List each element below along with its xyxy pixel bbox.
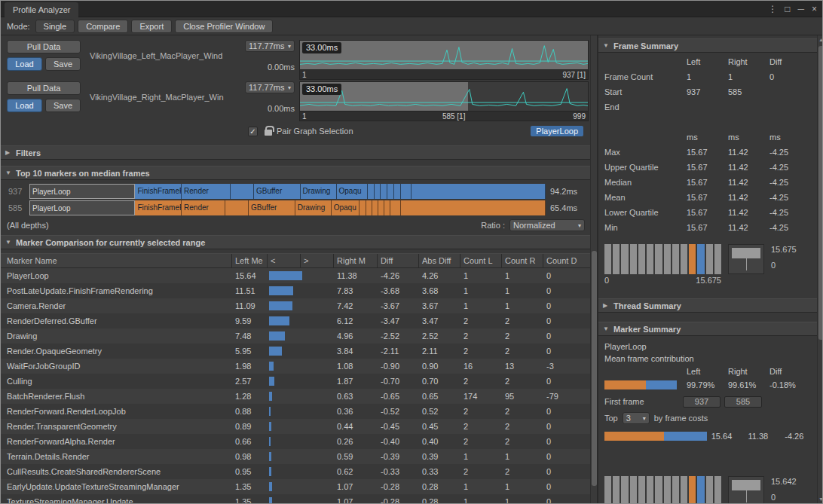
table-row[interactable]: RenderForward.RenderLoopJob0.880.36-0.52… [1, 404, 591, 419]
load-button-right[interactable]: Load [7, 99, 42, 112]
left-scale-dropdown[interactable]: 117.77ms ▾ [245, 40, 295, 52]
table-row[interactable]: RenderForwardAlpha.Render0.660.26-0.400.… [1, 434, 591, 449]
table-row[interactable]: EarlyUpdate.UpdateTextureStreamingManage… [1, 479, 591, 494]
table-row[interactable]: PlayerLoop15.6411.38-4.264.26110 [1, 268, 591, 283]
table-row[interactable]: Terrain.Details.Render0.980.59-0.390.391… [1, 449, 591, 464]
top-n-dropdown[interactable]: 3 ▾ [623, 412, 650, 424]
column-count-right[interactable]: Count R [502, 254, 543, 267]
top10-marker-segment[interactable]: Opaqu [337, 184, 368, 199]
right-frame-time-graph[interactable]: 33.00ms 1 585 [1] 999 [299, 81, 589, 121]
top10-marker-segment[interactable] [390, 200, 401, 215]
top10-marker-segment[interactable] [381, 184, 387, 199]
column-count-diff[interactable]: Count D [543, 254, 591, 267]
top10-marker-segment[interactable] [394, 184, 401, 199]
scrollbar-thumb[interactable] [592, 251, 597, 486]
pull-data-button-left[interactable]: Pull Data [7, 40, 81, 53]
top10-marker-segment[interactable] [366, 200, 372, 215]
thread-summary-foldout[interactable]: ▶ Thread Summary [598, 298, 817, 313]
left-median-cell: 0.89 [232, 419, 268, 434]
maximize-icon[interactable]: □ [785, 1, 790, 17]
table-row[interactable]: Render.OpaqueGeometry5.953.84-2.112.1122… [1, 344, 591, 359]
top10-marker-segment[interactable]: GBuffer [254, 184, 301, 199]
left-graph-plot[interactable]: 33.00ms [300, 41, 588, 69]
table-row[interactable]: Render.TransparentGeometry0.890.44-0.450… [1, 419, 591, 434]
top10-marker-segment[interactable] [359, 200, 366, 215]
frame-summary-foldout[interactable]: ▼ Frame Summary [598, 38, 817, 53]
scrollbar-thumb[interactable] [818, 46, 823, 340]
count-diff-cell: -79 [543, 389, 591, 404]
diff-cell: -3.68 [378, 283, 419, 298]
column-left-bar[interactable]: < [268, 254, 301, 267]
right-scale-dropdown[interactable]: 117.77ms ▾ [245, 81, 295, 93]
top10-marker-segment[interactable] [225, 200, 249, 215]
left-frame-time-graph[interactable]: 33.00ms 1 937 [1] [299, 40, 589, 80]
top10-marker-segment[interactable]: PlayerLoop [29, 184, 135, 199]
first-frame-right-button[interactable]: 585 [724, 396, 762, 408]
scroll-down-icon[interactable]: ▼ [818, 496, 823, 502]
right-graph-plot[interactable]: 33.00ms [300, 82, 588, 111]
top10-marker-segment[interactable]: PlayerLoop [29, 200, 135, 215]
table-row[interactable]: TextureStreamingManager.Update1.351.07-0… [1, 494, 591, 503]
table-row[interactable]: Drawing7.484.96-2.522.52220 [1, 328, 591, 344]
top10-marker-segment[interactable] [401, 184, 412, 199]
top10-marker-segment[interactable] [375, 184, 381, 199]
mode-single-button[interactable]: Single [35, 20, 75, 33]
filters-foldout[interactable]: ▶ Filters [1, 145, 591, 160]
top10-marker-segment[interactable] [372, 200, 378, 215]
table-row[interactable]: Culling2.571.87-0.700.70220 [1, 374, 591, 389]
column-diff[interactable]: Diff [378, 254, 419, 267]
top10-marker-segment[interactable] [387, 184, 394, 199]
count-right-cell: 2 [502, 344, 543, 359]
left-scrollbar[interactable] [590, 35, 597, 503]
top10-marker-segment[interactable] [368, 184, 375, 199]
first-frame-left-button[interactable]: 937 [683, 396, 721, 408]
top10-marker-segment[interactable]: FinishFrameR [135, 184, 182, 199]
chevron-down-icon: ▾ [643, 415, 646, 422]
column-right-bar[interactable]: > [301, 254, 334, 267]
right-scrollbar[interactable]: ▲ ▼ [817, 35, 823, 503]
table-row[interactable]: CullResults.CreateSharedRendererScene0.9… [1, 464, 591, 479]
marker-name-cell: TextureStreamingManager.Update [1, 494, 232, 503]
column-count-left[interactable]: Count L [460, 254, 502, 267]
top10-marker-segment[interactable]: Render [182, 184, 231, 199]
table-row[interactable]: PostLateUpdate.FinishFrameRendering11.51… [1, 283, 591, 298]
close-icon[interactable]: × [812, 1, 817, 17]
column-left-median[interactable]: Left Me [232, 254, 268, 267]
save-button-left[interactable]: Save [45, 57, 81, 71]
count-diff-cell: 0 [543, 434, 591, 449]
top10-marker-segment[interactable] [378, 200, 384, 215]
column-marker-name[interactable]: Marker Name [1, 254, 232, 267]
load-button-left[interactable]: Load [7, 57, 42, 71]
save-button-right[interactable]: Save [45, 99, 81, 112]
top10-marker-segment[interactable]: Render [182, 200, 225, 215]
top10-marker-segment[interactable]: FinishFrameR [135, 200, 182, 215]
ratio-dropdown[interactable]: Normalized ▾ [509, 219, 585, 231]
column-abs-diff[interactable]: Abs Diff [419, 254, 460, 267]
top10-marker-segment[interactable]: Opaqu [332, 200, 360, 215]
kebab-menu-icon[interactable]: ⋮ [768, 1, 777, 17]
pair-graph-selection-checkbox[interactable]: ✓ [248, 127, 258, 136]
export-button[interactable]: Export [131, 20, 172, 33]
table-row[interactable]: BatchRenderer.Flush1.280.63-0.650.651749… [1, 389, 591, 404]
top10-foldout[interactable]: ▼ Top 10 markers on median frames [1, 166, 591, 180]
top10-marker-segment[interactable] [384, 200, 390, 215]
top10-marker-segment[interactable] [401, 200, 546, 215]
top10-marker-segment[interactable] [231, 184, 254, 199]
top10-marker-segment[interactable]: GBuffer [249, 200, 295, 215]
pull-data-button-right[interactable]: Pull Data [7, 81, 81, 95]
tab-profile-analyzer[interactable]: Profile Analyzer [5, 2, 78, 17]
top10-marker-segment[interactable]: Drawing [301, 184, 337, 199]
table-row[interactable]: WaitForJobGroupID1.981.08-0.900.901613-3 [1, 359, 591, 374]
marker-summary-foldout[interactable]: ▼ Marker Summary [598, 322, 817, 336]
right-bar-cell [301, 298, 334, 313]
marker-comparison-foldout[interactable]: ▼ Marker Comparison for currently select… [1, 235, 591, 249]
top10-marker-segment[interactable]: Drawing [295, 200, 332, 215]
scroll-up-icon[interactable]: ▲ [818, 37, 823, 42]
table-row[interactable]: Camera.Render11.097.42-3.673.67110 [1, 298, 591, 313]
close-profiler-window-button[interactable]: Close Profiler Window [175, 20, 273, 33]
column-right-median[interactable]: Right M [334, 254, 378, 267]
mode-compare-button[interactable]: Compare [78, 20, 128, 33]
top10-marker-segment[interactable] [412, 184, 546, 199]
table-row[interactable]: RenderDeferred.GBuffer9.596.12-3.473.472… [1, 313, 591, 328]
minimize-icon[interactable]: ─ [797, 1, 804, 17]
